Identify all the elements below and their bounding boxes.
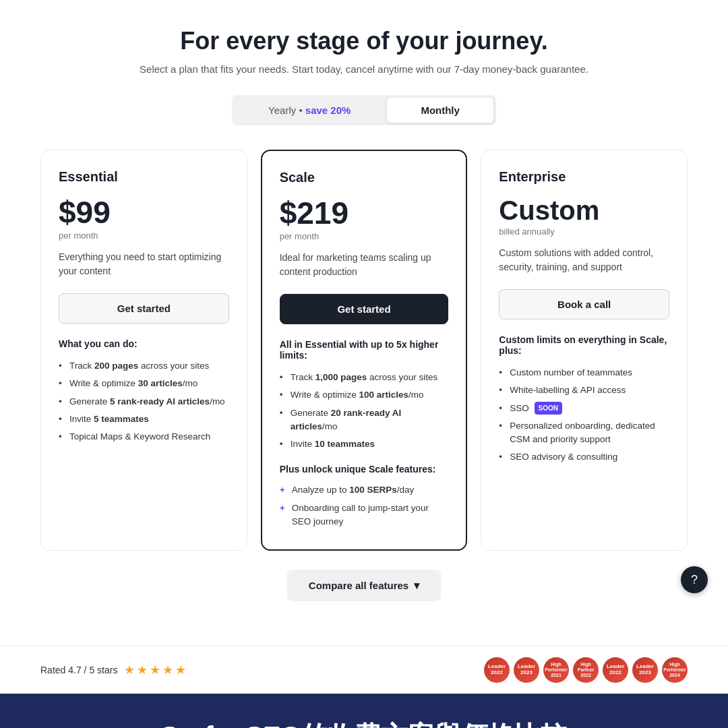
rating-text: Rated 4.7 / 5 stars bbox=[40, 665, 117, 675]
scale-get-started-button[interactable]: Get started bbox=[280, 294, 449, 324]
essential-get-started-button[interactable]: Get started bbox=[59, 293, 229, 324]
monthly-toggle[interactable]: Monthly bbox=[387, 98, 493, 123]
compare-features-button[interactable]: Compare all features ▾ bbox=[287, 570, 441, 601]
badge-4: HighPartner2022 bbox=[573, 657, 599, 683]
scale-plan-card: Scale $219 per month Ideal for marketing… bbox=[261, 150, 468, 551]
enterprise-features-list: Custom number of teammates White-labelli… bbox=[499, 364, 669, 466]
star-3: ★ bbox=[150, 663, 160, 677]
enterprise-plan-price: Custom bbox=[499, 197, 669, 224]
rating-bar: Rated 4.7 / 5 stars ★ ★ ★ ★ ★ Leader2022… bbox=[0, 646, 728, 694]
badge-3: HighPerformer2021 bbox=[543, 657, 569, 683]
enterprise-book-call-button[interactable]: Book a call bbox=[499, 289, 669, 320]
essential-features-list: Track 200 pages across your sites Write … bbox=[59, 357, 229, 446]
chevron-down-icon: ▾ bbox=[414, 579, 419, 592]
footer-banner: Surfer SEO的收費方案與價格比較 bbox=[0, 694, 728, 728]
essential-price-note: per month bbox=[59, 231, 229, 241]
list-item: Invite 10 teammates bbox=[280, 435, 449, 453]
scale-price-note: per month bbox=[280, 231, 449, 241]
help-button[interactable]: ? bbox=[681, 566, 708, 593]
scale-plan-name: Scale bbox=[280, 170, 449, 185]
plans-grid: Essential $99 per month Everything you n… bbox=[40, 150, 688, 551]
list-item: SSO SOON bbox=[499, 400, 669, 417]
essential-plan-price: $99 bbox=[59, 197, 229, 228]
enterprise-price-note: billed annually bbox=[499, 226, 669, 237]
list-item: Custom number of teammates bbox=[499, 364, 669, 382]
billing-toggle: Yearly • save 20% Monthly bbox=[40, 95, 688, 125]
list-item: Track 1,000 pages across your sites bbox=[280, 369, 449, 386]
enterprise-description: Custom solutions with added control, sec… bbox=[499, 246, 669, 274]
stars-container: ★ ★ ★ ★ ★ bbox=[124, 663, 186, 677]
award-badges: Leader2022 Leader2023 HighPerformer2021 … bbox=[484, 657, 688, 683]
enterprise-plan-name: Enterprise bbox=[499, 169, 669, 185]
star-4: ★ bbox=[162, 663, 173, 677]
scale-plan-price: $219 bbox=[280, 198, 449, 229]
page-subtitle: Select a plan that fits your needs. Star… bbox=[40, 63, 688, 75]
essential-plan-name: Essential bbox=[59, 169, 229, 185]
scale-plus-list: Analyze up to 100 SERPs/day Onboarding c… bbox=[280, 481, 449, 530]
star-1: ★ bbox=[124, 663, 135, 677]
scale-plus-title: Plus unlock unique Scale features: bbox=[280, 464, 449, 475]
list-item: SEO advisory & consulting bbox=[499, 448, 669, 466]
list-item: Generate 20 rank-ready AI articles/mo bbox=[280, 404, 449, 436]
sso-badge: SOON bbox=[535, 402, 562, 415]
badge-7: HighPerformer2024 bbox=[662, 657, 688, 683]
page-title: For every stage of your journey. bbox=[40, 27, 688, 55]
essential-description: Everything you need to start optimizing … bbox=[59, 250, 229, 278]
yearly-toggle[interactable]: Yearly • save 20% bbox=[235, 98, 384, 123]
scale-description: Ideal for marketing teams scaling up con… bbox=[280, 251, 449, 279]
badge-1: Leader2022 bbox=[484, 657, 510, 683]
essential-features-title: What you can do: bbox=[59, 338, 229, 349]
badge-6: Leader2023 bbox=[632, 657, 658, 683]
list-item: Generate 5 rank-ready AI articles/mo bbox=[59, 393, 229, 411]
list-item: Invite 5 teammates bbox=[59, 411, 229, 428]
star-2: ★ bbox=[137, 663, 148, 677]
compare-label: Compare all features bbox=[309, 580, 408, 591]
list-item: Analyze up to 100 SERPs/day bbox=[280, 481, 449, 499]
scale-features-title: All in Essential with up to 5x higher li… bbox=[280, 339, 449, 361]
star-5: ★ bbox=[175, 663, 186, 677]
essential-plan-card: Essential $99 per month Everything you n… bbox=[40, 150, 247, 551]
rating-left: Rated 4.7 / 5 stars ★ ★ ★ ★ ★ bbox=[40, 663, 186, 677]
compare-section: Compare all features ▾ bbox=[40, 570, 688, 601]
footer-banner-text: Surfer SEO的收費方案與價格比較 bbox=[40, 718, 688, 728]
list-item: White-labelling & API access bbox=[499, 382, 669, 399]
enterprise-plan-card: Enterprise Custom billed annually Custom… bbox=[481, 150, 688, 551]
list-item: Write & optimize 30 articles/mo bbox=[59, 375, 229, 392]
badge-5: Leader2022 bbox=[603, 657, 628, 683]
scale-features-list: Track 1,000 pages across your sites Writ… bbox=[280, 369, 449, 453]
list-item: Personalized onboarding, dedicated CSM a… bbox=[499, 417, 669, 449]
list-item: Onboarding call to jump-start your SEO j… bbox=[280, 499, 449, 531]
main-content: For every stage of your journey. Select … bbox=[0, 0, 728, 646]
list-item: Track 200 pages across your sites bbox=[59, 357, 229, 375]
toggle-container: Yearly • save 20% Monthly bbox=[232, 95, 496, 125]
badge-2: Leader2023 bbox=[514, 657, 539, 683]
list-item: Topical Maps & Keyword Research bbox=[59, 428, 229, 446]
list-item: Write & optimize 100 articles/mo bbox=[280, 386, 449, 404]
enterprise-features-title: Custom limits on everything in Scale, pl… bbox=[499, 334, 669, 356]
